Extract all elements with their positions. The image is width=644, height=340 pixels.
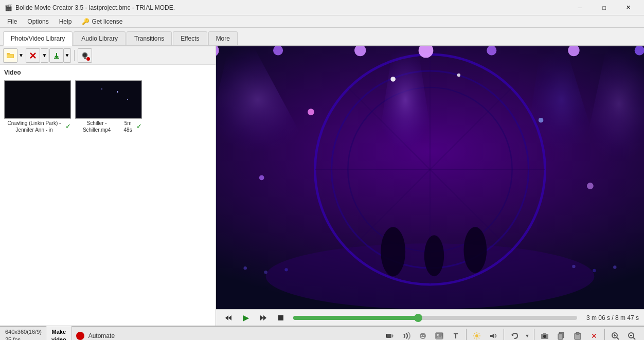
- svg-marker-68: [490, 333, 494, 338]
- zoom-out-button[interactable]: [624, 329, 639, 341]
- svg-rect-76: [576, 332, 579, 334]
- tab-photo-video[interactable]: Photo/Video Library: [3, 31, 73, 46]
- add-audio-track-button[interactable]: [399, 329, 414, 341]
- video-track-icon: [386, 332, 394, 340]
- get-license-button[interactable]: 🔑 Get license: [77, 17, 128, 26]
- svg-rect-5: [54, 58, 59, 59]
- library-toolbar: ▼ ▼ ▼: [0, 46, 216, 65]
- video-label-2: Schiller - Schiller.mp4 5m 48s ✓: [75, 120, 142, 133]
- svg-point-41: [284, 268, 288, 271]
- fast-forward-button[interactable]: [256, 311, 271, 325]
- svg-line-83: [633, 337, 635, 339]
- download-icon: [53, 52, 60, 59]
- make-video-button[interactable]: Makevideo: [46, 326, 72, 340]
- stop-button[interactable]: [274, 311, 288, 325]
- video-thumbnail-1: [4, 80, 71, 119]
- paste-button[interactable]: [570, 329, 585, 341]
- text-track-button[interactable]: T: [449, 329, 463, 341]
- add-video-track-button[interactable]: [383, 329, 397, 341]
- menubar: File Options Help 🔑 Get license: [0, 15, 644, 28]
- snapshot-icon: [541, 332, 549, 340]
- current-time: 3 m 06 s / 8 m 47 s: [586, 314, 639, 321]
- svg-point-36: [587, 183, 594, 189]
- image-track-button[interactable]: [432, 329, 446, 341]
- make-video-bar: 640x360(16/9) 25 fps Makevideo Automate: [0, 327, 644, 340]
- add-file-dropdown[interactable]: ▼: [17, 48, 25, 63]
- download-dropdown[interactable]: ▼: [64, 48, 71, 63]
- copy-button[interactable]: [554, 329, 568, 341]
- svg-rect-9: [84, 58, 86, 59]
- list-item[interactable]: Schiller - Schiller.mp4 5m 48s ✓: [75, 80, 142, 133]
- list-item[interactable]: Crawling (Linkin Park) - Jennifer Ann - …: [4, 80, 71, 133]
- tab-effects[interactable]: Effects: [173, 31, 207, 45]
- automate-button[interactable]: Automate: [88, 332, 115, 339]
- titlebar: 🎬 Bolide Movie Creator 3.5 - lastproject…: [0, 0, 644, 15]
- rewind-button[interactable]: [221, 311, 236, 325]
- delete-button[interactable]: [26, 48, 40, 63]
- zoom-out-icon: [628, 332, 636, 340]
- tab-more[interactable]: More: [208, 31, 238, 45]
- svg-point-32: [463, 227, 487, 273]
- video-grid: Crawling (Linkin Park) - Jennifer Ann - …: [4, 80, 211, 133]
- resolution-info: 640x360(16/9) 25 fps: [5, 328, 42, 340]
- face-track-button[interactable]: [416, 329, 430, 341]
- svg-line-66: [479, 333, 480, 334]
- svg-marker-69: [511, 333, 513, 336]
- svg-line-65: [479, 337, 480, 338]
- delete-clip-button[interactable]: ✕: [587, 329, 601, 341]
- bottom-area: 640x360(16/9) 25 fps Makevideo Automate: [0, 326, 644, 340]
- progress-thumb[interactable]: [414, 314, 422, 322]
- tools-separator-3: [534, 329, 534, 340]
- brightness-button[interactable]: [470, 329, 484, 341]
- svg-point-42: [572, 265, 575, 268]
- audio-track-icon: [402, 332, 410, 340]
- add-file-button[interactable]: [3, 48, 17, 63]
- undo-button[interactable]: [507, 329, 522, 341]
- preview-panel: ▶ 3 m 06 s / 8 m 47 s: [216, 46, 644, 326]
- svg-marker-51: [392, 334, 393, 338]
- fastforward-icon: [260, 314, 267, 321]
- svg-line-67: [474, 337, 475, 338]
- main-area: ▼ ▼ ▼: [0, 46, 644, 326]
- preview-video: [216, 46, 644, 309]
- delete-dropdown[interactable]: ▼: [41, 48, 48, 63]
- timeline-tools: T: [383, 329, 639, 341]
- progress-fill: [293, 316, 418, 320]
- video-label-1: Crawling (Linkin Park) - Jennifer Ann - …: [4, 120, 71, 133]
- svg-point-71: [543, 335, 546, 338]
- playback-controls: ▶ 3 m 06 s / 8 m 47 s: [216, 309, 644, 326]
- svg-point-38: [457, 74, 460, 77]
- svg-rect-49: [278, 315, 283, 320]
- download-button[interactable]: [49, 48, 64, 63]
- tab-transitions[interactable]: Transitions: [127, 31, 172, 45]
- maximize-button[interactable]: □: [593, 0, 616, 15]
- brightness-icon: [473, 332, 481, 340]
- play-button[interactable]: ▶: [239, 311, 253, 325]
- svg-point-8: [84, 54, 86, 56]
- undo-icon: [510, 332, 518, 340]
- face-icon: [419, 332, 427, 340]
- close-button[interactable]: ✕: [617, 0, 640, 15]
- license-icon: 🔑: [82, 18, 90, 25]
- add-file-group: ▼: [3, 48, 25, 63]
- undo-dropdown[interactable]: ▼: [524, 329, 531, 341]
- copy-icon: [557, 332, 565, 340]
- tab-audio-library[interactable]: Audio Library: [74, 31, 126, 45]
- svg-point-57: [437, 334, 439, 336]
- folder-open-icon: [6, 51, 14, 60]
- library-panel: ▼ ▼ ▼: [0, 46, 216, 326]
- check-icon-2: ✓: [136, 122, 142, 131]
- zoom-in-button[interactable]: [608, 329, 622, 341]
- webcam-button[interactable]: [78, 48, 92, 63]
- snapshot-button[interactable]: [538, 329, 552, 341]
- help-menu[interactable]: Help: [54, 17, 77, 26]
- svg-line-64: [474, 333, 475, 334]
- options-menu[interactable]: Options: [22, 17, 53, 26]
- svg-point-43: [593, 269, 596, 272]
- volume-button[interactable]: [486, 329, 500, 341]
- progress-bar[interactable]: [293, 316, 577, 320]
- file-menu[interactable]: File: [2, 17, 22, 26]
- tools-separator-2: [504, 329, 504, 340]
- svg-point-35: [259, 175, 264, 181]
- minimize-button[interactable]: ─: [568, 0, 592, 15]
